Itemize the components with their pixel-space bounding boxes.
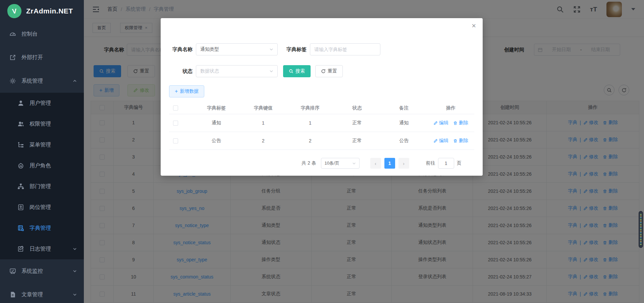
dict-key-cell: 2 [240, 132, 287, 150]
header-operations: 操作 [427, 102, 474, 114]
sidebar-item-label: 菜单管理 [30, 141, 51, 148]
sidebar-item-label: 系统监控 [21, 268, 43, 275]
logo: V ZrAdmin.NET [0, 0, 84, 22]
org-tree-icon [17, 183, 24, 190]
sidebar-item-label: 日志管理 [30, 246, 51, 253]
document-icon [9, 291, 16, 298]
sidebar-item-articles[interactable]: 文章管理 [0, 283, 84, 303]
dashboard-icon [9, 31, 16, 37]
sidebar-item-departments[interactable]: 部门管理 [0, 176, 84, 197]
close-icon[interactable]: × [472, 22, 476, 30]
trash-icon [453, 139, 458, 143]
page-number-1[interactable]: 1 [384, 158, 395, 169]
dialog-filter-row-1: 字典名称 通知类型 字典标签 [169, 43, 380, 55]
sidebar-item-menus[interactable]: 菜单管理 [0, 134, 84, 155]
sidebar-item-label: 文章管理 [21, 291, 43, 298]
prev-page-button[interactable]: ‹ [370, 158, 381, 169]
dict-name-label: 字典名称 [169, 46, 196, 53]
sidebar-item-permissions[interactable]: 权限管理 [0, 114, 84, 134]
sidebar-item-monitor[interactable]: 系统监控 [0, 259, 84, 283]
sidebar-item-posts[interactable]: 岗位管理 [0, 197, 84, 218]
dict-label-label: 字典标签 [283, 46, 310, 53]
trash-icon [453, 121, 458, 125]
header-status: 状态 [333, 102, 380, 114]
row-delete-link[interactable]: 删除 [453, 120, 468, 126]
goto-unit: 页 [457, 160, 462, 166]
sidebar-item-user-roles[interactable]: 用户角色 [0, 155, 84, 176]
status-select[interactable]: 数据状态 [196, 65, 278, 77]
page-size-select[interactable]: 10条/页 [321, 158, 360, 169]
goto-page-input[interactable] [438, 158, 454, 169]
status-cell: 正常 [333, 114, 380, 132]
log-edit-icon [17, 246, 24, 252]
plus-icon: + [175, 89, 178, 94]
robot-icon [17, 162, 24, 169]
select-all-checkbox[interactable] [173, 105, 178, 111]
goto-label: 前往 [426, 160, 435, 166]
chevron-down-icon [269, 69, 273, 73]
sidebar-item-label: 控制台 [21, 31, 38, 38]
users-icon [17, 121, 24, 127]
row-delete-link[interactable]: 删除 [453, 138, 468, 144]
chevron-down-icon [72, 292, 77, 297]
sidebar-item-label: 用户角色 [30, 162, 51, 169]
sidebar-item-external[interactable]: 外部打开 [0, 46, 84, 69]
header-remark: 备注 [380, 102, 427, 114]
chevron-up-icon [72, 79, 77, 83]
dict-sort-cell: 2 [287, 132, 334, 150]
scrollbar-thumb[interactable] [639, 211, 643, 248]
dialog-search-button[interactable]: 搜索 [283, 65, 311, 77]
dict-label-cell: 公告 [193, 132, 240, 150]
sidebar: V ZrAdmin.NET 控制台 外部打开 系统管理 用户管理 权限管理 [0, 0, 84, 303]
dialog-table-row: 公告 2 2 正常 公告 编辑 删除 [169, 132, 474, 150]
status-cell: 正常 [333, 132, 380, 150]
sidebar-item-label: 字典管理 [30, 225, 51, 232]
sidebar-item-system[interactable]: 系统管理 [0, 69, 84, 93]
row-edit-link[interactable]: 编辑 [433, 120, 448, 126]
chevron-down-icon [72, 247, 77, 251]
dialog-reset-button[interactable]: 重置 [315, 65, 343, 77]
dict-key-cell: 1 [240, 114, 287, 132]
id-badge-icon [17, 204, 24, 211]
sidebar-item-label: 系统管理 [21, 78, 43, 85]
row-checkbox[interactable] [173, 138, 178, 143]
row-edit-link[interactable]: 编辑 [433, 138, 448, 144]
dialog-add-data-button[interactable]: + 新增数据 [169, 85, 204, 97]
row-checkbox[interactable] [173, 121, 178, 126]
sidebar-item-dictionary[interactable]: 字典管理 [0, 218, 84, 239]
dialog-table-header: 字典标签 字典键值 字典排序 状态 备注 操作 [169, 102, 474, 114]
status-label: 状态 [169, 68, 196, 75]
header-dict-key: 字典键值 [240, 102, 287, 114]
next-page-button[interactable]: › [398, 158, 409, 169]
sidebar-item-logs[interactable]: 日志管理 [0, 239, 84, 259]
system-submenu: 用户管理 权限管理 菜单管理 用户角色 部门管理 岗位管理 [0, 93, 84, 259]
dialog-table-row: 通知 1 1 正常 通知 编辑 删除 [169, 114, 474, 132]
chevron-down-icon [269, 47, 273, 51]
logo-icon: V [7, 3, 22, 19]
chevron-down-icon [352, 162, 356, 165]
sidebar-item-label: 外部打开 [21, 54, 43, 61]
dictionary-icon [17, 225, 24, 231]
external-link-icon [9, 54, 16, 61]
remark-cell: 通知 [380, 114, 427, 132]
dict-label-input[interactable] [310, 43, 380, 55]
sidebar-item-label: 岗位管理 [30, 204, 51, 211]
sidebar-item-label: 部门管理 [30, 183, 51, 190]
pagination-total: 共 2 条 [302, 160, 316, 166]
user-icon [17, 100, 24, 106]
sidebar-item-label: 权限管理 [30, 121, 51, 128]
dict-data-dialog: × 字典名称 通知类型 字典标签 状态 数据状态 搜索 重置 [161, 18, 483, 176]
dict-name-select[interactable]: 通知类型 [196, 43, 278, 55]
logo-text: ZrAdmin.NET [26, 7, 73, 15]
menu-tree-icon [17, 141, 24, 148]
pencil-icon [433, 139, 438, 143]
sidebar-item-users[interactable]: 用户管理 [0, 93, 84, 114]
sidebar-item-dashboard[interactable]: 控制台 [0, 22, 84, 46]
scrollbar-stripes [640, 214, 642, 245]
sidebar-item-label: 用户管理 [30, 100, 51, 107]
gear-icon [9, 78, 16, 84]
pagination: 共 2 条 10条/页 ‹ 1 › 前往 页 [302, 158, 462, 169]
header-dict-label: 字典标签 [193, 102, 240, 114]
dict-label-cell: 通知 [193, 114, 240, 132]
search-icon [289, 69, 293, 74]
